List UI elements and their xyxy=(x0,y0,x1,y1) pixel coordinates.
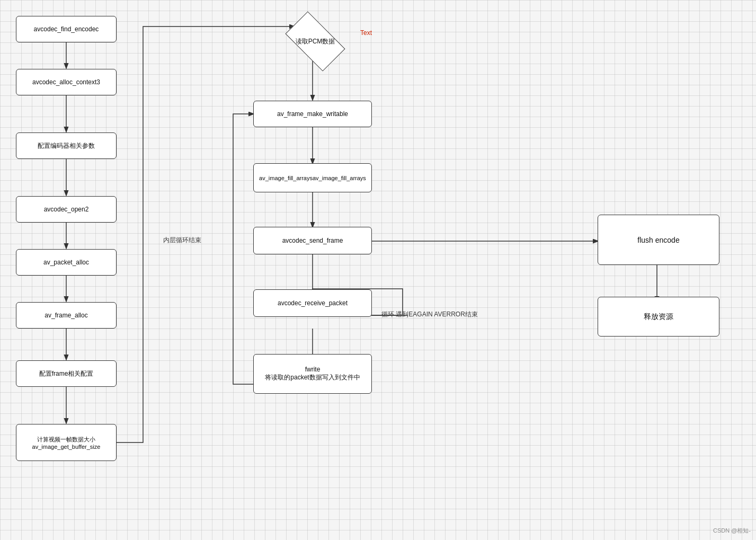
box-open2: avcodec_open2 xyxy=(16,196,117,223)
label-inner-loop: 内层循环结束 xyxy=(163,236,201,245)
box-receive-packet: avcodec_receive_packet xyxy=(253,289,372,317)
box-find-codec: avcodec_find_encodec xyxy=(16,16,117,42)
text-annotation: Text xyxy=(360,29,372,37)
box-frame-alloc: av_frame_alloc xyxy=(16,302,117,329)
box-make-writable: av_frame_make_writable xyxy=(253,101,372,127)
box-packet-alloc: av_packet_alloc xyxy=(16,249,117,276)
box-free-resources: 释放资源 xyxy=(598,297,719,337)
box-config-encoder: 配置编码器相关参数 xyxy=(16,132,117,159)
box-config-frame: 配置frame相关配置 xyxy=(16,360,117,387)
box-flush-encode: flush encode xyxy=(598,215,719,265)
box-fwrite: fwrite 将读取的packet数据写入到文件中 xyxy=(253,354,372,394)
flowchart-canvas: avcodec_find_encodec avcodec_alloc_conte… xyxy=(0,0,756,540)
diamond-read-pcm: 读取PCM数据 xyxy=(283,20,347,63)
box-calc-size: 计算视频一帧数据大小 av_image_get_buffer_size xyxy=(16,424,117,461)
label-loop-eagain: 循环 遇到EAGAIN AVERROR结束 xyxy=(381,310,478,319)
box-send-frame: avcodec_send_frame xyxy=(253,227,372,254)
box-alloc-context: avcodec_alloc_context3 xyxy=(16,69,117,95)
box-fill-arrays: av_image_fill_arraysav_image_fill_arrays xyxy=(253,163,372,192)
watermark: CSDN @相知- xyxy=(713,527,751,535)
